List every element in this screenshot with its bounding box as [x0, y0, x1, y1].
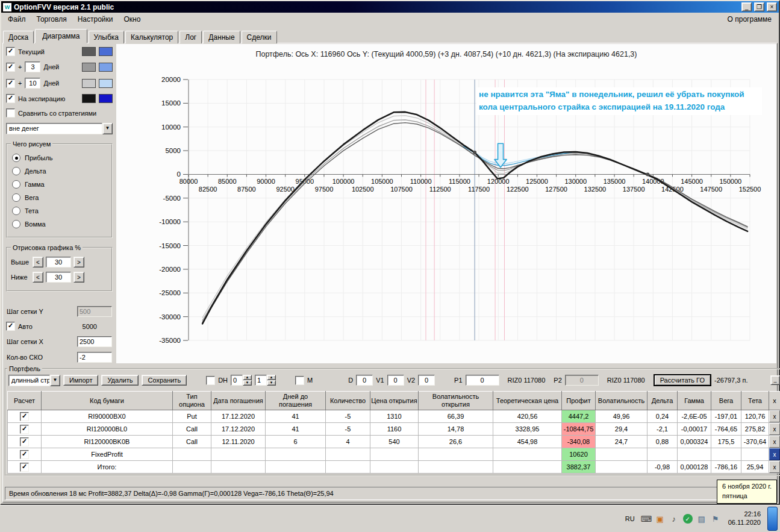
close-button[interactable]: ×	[767, 2, 777, 11]
show-desktop-button[interactable]	[767, 507, 778, 531]
dh-spin2-input[interactable]	[255, 375, 267, 386]
v2-input[interactable]	[418, 375, 435, 386]
column-header[interactable]: Код бумаги	[42, 392, 173, 410]
dh-checkbox[interactable]	[206, 376, 215, 385]
menu-item-2[interactable]: Настройки	[72, 13, 119, 25]
current-color-swatch-1[interactable]	[82, 47, 96, 56]
plus10-color-swatch-1[interactable]	[82, 79, 96, 88]
plus3-color-swatch-2[interactable]	[99, 63, 113, 72]
chevron-down-icon[interactable]: ▼	[50, 375, 60, 386]
strategy-dropdown[interactable]: длинный стре ▼	[8, 375, 60, 386]
current-color-swatch-2[interactable]	[99, 47, 113, 56]
tab-item-0[interactable]: Доска	[3, 31, 34, 43]
below-decrease-button[interactable]: <	[33, 272, 43, 283]
column-header[interactable]: Цена открытия	[370, 392, 419, 410]
dh-spin1-down-button[interactable]: ▼	[243, 380, 252, 386]
delete-button[interactable]: Удалить	[101, 375, 139, 386]
tab-item-5[interactable]: Данные	[203, 31, 240, 43]
network-icon[interactable]: ▤	[697, 514, 707, 524]
grid-step-x-input[interactable]	[77, 336, 112, 347]
m-checkbox[interactable]	[295, 376, 304, 385]
row-delete-button[interactable]: х	[769, 448, 780, 460]
column-header[interactable]: Вега	[711, 392, 741, 410]
radio-button[interactable]	[12, 167, 20, 175]
plus3-checkbox[interactable]	[6, 63, 15, 72]
menu-item-3[interactable]: Окно	[119, 13, 146, 25]
column-header[interactable]: Дней до погашения	[266, 392, 326, 410]
radio-button[interactable]	[12, 207, 20, 215]
collapse-portfolio-button[interactable]: _	[770, 375, 780, 385]
row-delete-button[interactable]: х	[769, 410, 780, 422]
plus3-days-input[interactable]	[25, 61, 40, 72]
column-header[interactable]: Дельта	[647, 392, 678, 410]
save-button[interactable]: Сохранить	[142, 375, 187, 386]
row-enabled-checkbox[interactable]	[20, 412, 29, 421]
dh-spin2-up-button[interactable]: ▲	[267, 375, 276, 380]
import-button[interactable]: Импорт	[63, 375, 98, 386]
tab-item-6[interactable]: Сделки	[242, 31, 277, 43]
column-header[interactable]: Дата погашения	[211, 392, 266, 410]
minimize-button[interactable]: _	[741, 2, 752, 11]
auto-grid-checkbox[interactable]	[6, 322, 15, 331]
below-increase-button[interactable]: >	[73, 272, 84, 283]
menu-item-1[interactable]: Торговля	[31, 13, 72, 25]
column-header[interactable]: Гамма	[678, 392, 711, 410]
tab-item-4[interactable]: Лог	[179, 31, 202, 43]
column-header[interactable]: х	[769, 392, 780, 410]
calculate-go-button[interactable]: Рассчитать ГО	[654, 374, 711, 386]
above-percent-input[interactable]	[46, 257, 71, 268]
row-enabled-checkbox[interactable]	[20, 450, 29, 459]
column-header[interactable]: Профит	[562, 392, 596, 410]
plus10-checkbox[interactable]	[6, 79, 15, 88]
below-percent-input[interactable]	[46, 272, 71, 283]
p1-input[interactable]	[466, 375, 499, 386]
maximize-button[interactable]: ❐	[754, 2, 764, 11]
chevron-down-icon[interactable]: ▼	[102, 123, 113, 134]
above-decrease-button[interactable]: <	[33, 257, 43, 268]
plus10-days-input[interactable]	[25, 78, 40, 89]
dh-spin2-down-button[interactable]: ▼	[267, 380, 276, 386]
column-header[interactable]: Волатильность открытия	[419, 392, 493, 410]
taskbar-clock[interactable]: 22:16 06.11.2020	[728, 510, 761, 527]
radio-button[interactable]	[12, 154, 20, 162]
row-delete-button[interactable]: х	[769, 423, 780, 435]
dh-spin1-input[interactable]	[231, 375, 243, 386]
radio-button[interactable]	[12, 193, 20, 202]
radio-button[interactable]	[12, 180, 20, 189]
row-enabled-checkbox[interactable]	[20, 437, 29, 446]
expiration-color-swatch-2[interactable]	[99, 94, 113, 103]
radio-button[interactable]	[12, 220, 20, 228]
expiration-color-swatch-1[interactable]	[82, 94, 96, 103]
column-header[interactable]: Волатильность	[596, 392, 647, 410]
column-header[interactable]: Расчет	[8, 392, 42, 410]
sko-count-input[interactable]	[77, 352, 112, 363]
tab-item-2[interactable]: Улыбка	[89, 31, 125, 43]
language-indicator[interactable]: RU	[625, 515, 635, 522]
column-header[interactable]: Количество	[326, 392, 370, 410]
plus10-color-swatch-2[interactable]	[99, 79, 113, 88]
expiration-checkbox[interactable]	[6, 94, 15, 103]
speaker-icon[interactable]: ♪	[669, 514, 679, 524]
v1-input[interactable]	[387, 375, 404, 386]
row-delete-button[interactable]: х	[769, 436, 780, 448]
row-enabled-checkbox[interactable]	[20, 463, 29, 472]
dh-spin1-up-button[interactable]: ▲	[243, 375, 252, 380]
tab-item-1[interactable]: Диаграмма	[35, 29, 87, 43]
column-header[interactable]: Теоретическая цена	[493, 392, 562, 410]
package-icon[interactable]: ▣	[655, 514, 665, 524]
menu-about[interactable]: О программе	[722, 13, 778, 25]
column-header[interactable]: Тета	[741, 392, 769, 410]
plus3-color-swatch-1[interactable]	[82, 63, 96, 72]
antivirus-icon[interactable]: ✓	[683, 514, 693, 524]
moneyness-dropdown[interactable]: вне денег ▼	[6, 123, 113, 134]
menu-item-0[interactable]: Файл	[2, 13, 31, 25]
p2-input[interactable]	[565, 375, 599, 386]
grid-step-y-input[interactable]	[77, 306, 112, 317]
above-increase-button[interactable]: >	[73, 257, 84, 268]
column-header[interactable]: Тип опциона	[173, 392, 211, 410]
compare-strategies-checkbox[interactable]	[6, 108, 15, 117]
row-enabled-checkbox[interactable]	[20, 425, 29, 434]
row-delete-button[interactable]: х	[769, 461, 780, 473]
tab-item-3[interactable]: Калькулятор	[125, 31, 178, 43]
current-checkbox[interactable]	[6, 47, 15, 56]
